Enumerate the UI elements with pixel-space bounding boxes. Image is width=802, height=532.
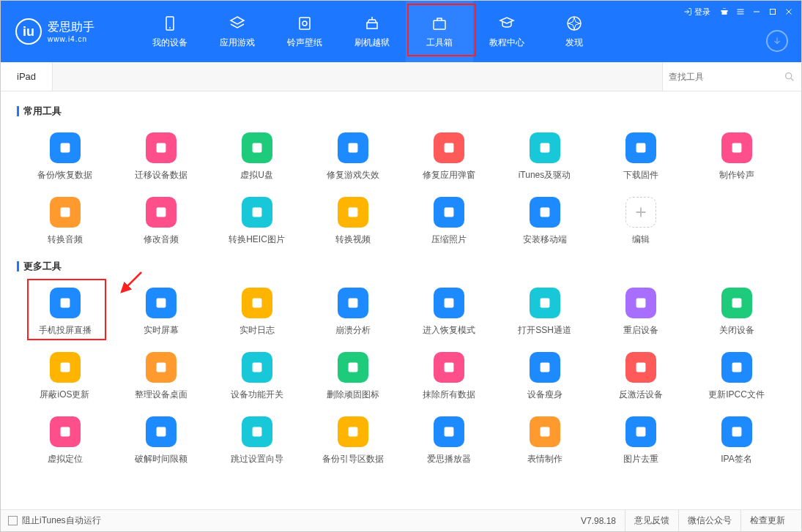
tool-label: 安装移动端: [523, 233, 567, 246]
wechat-link[interactable]: 微信公众号: [678, 510, 740, 531]
more-tool-18[interactable]: 跳过设置向导: [209, 412, 305, 476]
nav-item-4[interactable]: 工具箱: [406, 1, 473, 62]
more-tool-6[interactable]: 重启设备: [593, 283, 688, 348]
tool-icon: [338, 132, 368, 163]
svg-rect-19: [252, 143, 261, 153]
common-tool-1[interactable]: 迁移设备数据: [113, 128, 209, 192]
svg-rect-27: [252, 208, 261, 217]
more-tool-9[interactable]: 整理设备桌面: [113, 348, 209, 412]
tool-label: 破解时间限额: [135, 453, 187, 465]
login-link[interactable]: 登录: [683, 7, 710, 18]
tool-label: 虚拟U盘: [240, 169, 273, 181]
common-tool-3[interactable]: 修复游戏失效: [305, 128, 401, 192]
more-tool-20[interactable]: 爱思播放器: [401, 412, 497, 476]
tool-label: 制作铃声: [719, 169, 754, 181]
common-tool-9[interactable]: 修改音频: [113, 192, 209, 257]
download-arrow-icon: [772, 36, 782, 46]
tool-icon: [50, 352, 81, 383]
svg-point-5: [568, 17, 581, 30]
nav-icon: [229, 15, 246, 32]
subbar: iPad: [1, 62, 801, 91]
svg-rect-51: [348, 427, 357, 437]
more-tool-23[interactable]: IPA签名: [688, 412, 784, 476]
search-box[interactable]: [662, 62, 801, 91]
tool-icon: [434, 288, 464, 318]
tool-icon: [625, 132, 656, 163]
common-tool-2[interactable]: 虚拟U盘: [209, 128, 305, 192]
tool-icon: [50, 288, 81, 318]
tool-label: 编辑: [632, 233, 650, 246]
common-tool-13[interactable]: 安装移动端: [497, 192, 593, 257]
search-input[interactable]: [669, 72, 784, 82]
more-tool-17[interactable]: 破解时间限额: [113, 412, 209, 476]
window-controls: 登录: [683, 5, 795, 18]
common-tool-5[interactable]: iTunes及驱动: [497, 128, 593, 192]
gift-icon[interactable]: [718, 5, 731, 18]
svg-rect-44: [444, 363, 453, 372]
svg-rect-35: [348, 299, 357, 308]
more-tool-5[interactable]: 打开SSH通道: [497, 283, 593, 348]
close-icon[interactable]: [782, 5, 795, 18]
tool-label: 抹除所有数据: [423, 389, 475, 401]
more-tool-8[interactable]: 屏蔽iOS更新: [17, 348, 113, 412]
common-tool-6[interactable]: 下载固件: [593, 128, 688, 192]
tool-icon: [434, 416, 464, 447]
common-tool-0[interactable]: 备份/恢复数据: [17, 128, 113, 192]
common-tool-14[interactable]: 编辑: [593, 192, 688, 257]
tool-label: 备份/恢复数据: [37, 169, 92, 181]
list-icon[interactable]: [734, 5, 747, 18]
tool-icon: [338, 416, 368, 447]
common-tool-12[interactable]: 压缩照片: [401, 192, 497, 257]
common-tool-7[interactable]: 制作铃声: [688, 128, 784, 192]
block-itunes-checkbox[interactable]: [8, 516, 18, 525]
svg-rect-26: [156, 208, 166, 217]
content-area: 常用工具 备份/恢复数据迁移设备数据虚拟U盘修复游戏失效修复应用弹窗iTunes…: [1, 91, 801, 509]
common-tool-11[interactable]: 转换视频: [305, 192, 401, 257]
more-tool-12[interactable]: 抹除所有数据: [401, 348, 497, 412]
more-tool-7[interactable]: 关闭设备: [688, 283, 784, 348]
feedback-link[interactable]: 意见反馈: [625, 510, 678, 531]
common-tool-8[interactable]: 转换音频: [17, 192, 113, 257]
section-title-common: 常用工具: [17, 105, 785, 118]
download-button[interactable]: [766, 30, 788, 52]
maximize-icon[interactable]: [766, 5, 779, 18]
more-tool-22[interactable]: 图片去重: [593, 412, 688, 476]
footer: 阻止iTunes自动运行 V7.98.18 意见反馈 微信公众号 检查更新: [1, 509, 801, 531]
nav-item-1[interactable]: 应用游戏: [204, 1, 271, 62]
more-tool-15[interactable]: 更新IPCC文件: [688, 348, 784, 412]
more-tool-16[interactable]: 虚拟定位: [17, 412, 113, 476]
tool-label: IPA签名: [721, 453, 751, 465]
search-icon: [784, 71, 795, 83]
more-tool-14[interactable]: 反激活设备: [593, 348, 688, 412]
more-tool-3[interactable]: 崩溃分析: [305, 283, 401, 348]
nav-item-3[interactable]: 刷机越狱: [338, 1, 406, 62]
svg-rect-42: [252, 363, 261, 372]
nav-item-2[interactable]: 铃声壁纸: [271, 1, 338, 62]
svg-rect-54: [636, 427, 645, 437]
common-tool-4[interactable]: 修复应用弹窗: [401, 128, 497, 192]
minimize-icon[interactable]: [750, 5, 763, 18]
more-tool-19[interactable]: 备份引导区数据: [305, 412, 401, 476]
svg-rect-52: [444, 427, 453, 437]
svg-rect-24: [732, 143, 741, 153]
check-update-link[interactable]: 检查更新: [740, 510, 794, 531]
nav-item-5[interactable]: 教程中心: [473, 1, 541, 62]
tool-icon: [721, 132, 752, 163]
more-tool-13[interactable]: 设备瘦身: [497, 348, 593, 412]
more-tool-21[interactable]: 表情制作: [497, 412, 593, 476]
nav-item-0[interactable]: 我的设备: [136, 1, 204, 62]
tool-icon: [50, 416, 81, 447]
more-tool-11[interactable]: 删除顽固图标: [305, 348, 401, 412]
svg-rect-6: [721, 10, 728, 12]
more-tool-10[interactable]: 设备功能开关: [209, 348, 305, 412]
common-tool-10[interactable]: 转换HEIC图片: [209, 192, 305, 257]
tool-icon: [146, 197, 177, 228]
tab-ipad[interactable]: iPad: [1, 62, 53, 91]
svg-rect-34: [252, 299, 261, 308]
more-tool-2[interactable]: 实时日志: [209, 283, 305, 348]
nav-item-6[interactable]: 发现: [541, 1, 608, 62]
more-tool-4[interactable]: 进入恢复模式: [401, 283, 497, 348]
more-tool-0[interactable]: 手机投屏直播: [17, 283, 113, 348]
svg-point-3: [302, 21, 307, 26]
more-tool-1[interactable]: 实时屏幕: [113, 283, 209, 348]
